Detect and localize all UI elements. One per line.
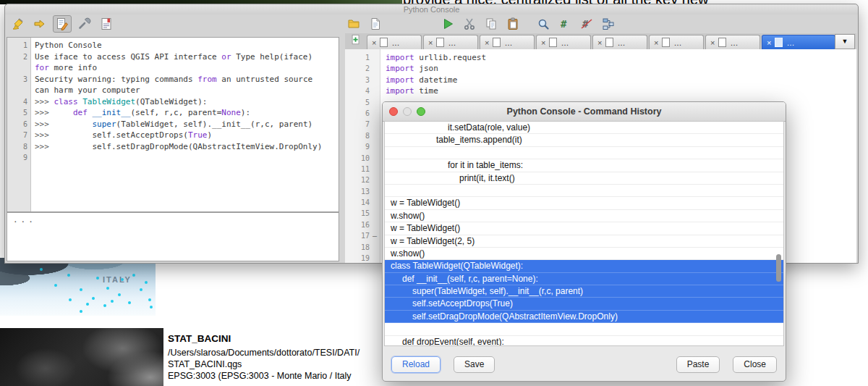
editor-tab[interactable]: ×… [367,35,422,49]
history-row[interactable]: table_items.append(it) [385,134,783,146]
editor-tab[interactable]: ×… [423,35,478,49]
editor-tab[interactable]: ×… [536,35,591,49]
line-number: 13 [345,186,370,197]
uncomment-icon: # [580,17,593,30]
line-number: 6 [345,108,370,119]
history-row[interactable]: class TableWidget(QTableWidget): [385,260,783,272]
editor-tab[interactable]: ×… [592,35,647,49]
history-row[interactable]: self.setAcceptDrops(True) [385,298,783,310]
history-row[interactable]: for it in table_items: [385,159,783,172]
editor-tab[interactable]: ×… [649,35,704,49]
save-button[interactable]: Save [454,356,495,373]
show-editor-icon [56,17,69,30]
editor-tab-active[interactable]: ×… [762,35,835,49]
console-input[interactable]: ... [7,212,339,261]
console-output[interactable]: 1Python Console2Use iface to access QGIS… [7,37,339,212]
history-row[interactable]: w = TableWidget() [385,197,783,209]
paste-button[interactable] [504,16,522,32]
close-tab-icon[interactable]: × [485,38,489,47]
open-script-button[interactable] [345,16,362,32]
history-row[interactable] [385,147,783,159]
history-row[interactable] [385,185,783,197]
tab-label: … [730,38,738,47]
code-line: 2import json [345,63,856,74]
clear-console-icon [12,17,25,30]
line-number: 3 [345,75,370,85]
code-text: can harm your computer [35,85,140,96]
run-script-button[interactable] [439,16,456,32]
options-button[interactable] [76,16,93,32]
scrollbar-thumb[interactable] [776,254,781,282]
history-row[interactable]: print(it, it.text() [385,172,783,185]
run-command-icon [33,17,46,30]
history-row[interactable]: w.show() [385,248,783,260]
project-filename: STAT_BACINI.qgs [168,358,359,370]
file-icon [493,38,501,47]
close-button[interactable]: Close [733,356,777,373]
new-tab-button[interactable] [347,34,365,49]
recent-project-item[interactable]: STAT_BACINI /Users/slarosa/Documents/dot… [168,333,359,382]
editor-toolbar: ## [345,14,621,33]
code-line: 2Use iface to access QGIS API interface … [7,51,339,63]
toolbar: ## [5,14,858,33]
save-script-button[interactable] [367,16,384,32]
tab-label: … [504,38,512,47]
paste-button[interactable]: Paste [676,356,720,373]
history-row[interactable]: w = TableWidget() [385,222,783,235]
file-icon [775,38,783,47]
history-row[interactable]: super(TableWidget, self).__init__(r,c, p… [385,285,783,298]
code-line: for more info [7,62,339,74]
file-icon [718,38,726,47]
comment-button[interactable]: # [556,16,574,32]
close-tab-icon[interactable]: × [597,38,602,47]
history-row[interactable]: self.setDragDropMode(QAbstractItemView.D… [385,311,783,323]
fold-marker[interactable]: – [373,230,377,241]
file-icon [605,38,613,47]
close-tab-icon[interactable]: × [710,38,715,47]
copy-button[interactable] [482,16,500,32]
comment-icon: # [558,17,571,30]
history-row[interactable]: def dropEvent(self, event): [385,336,783,346]
line-number: 7 [345,119,370,130]
options-icon [78,17,91,30]
run-command-button[interactable] [31,16,48,32]
history-list[interactable]: it.setData(role, value)table_items.appen… [384,121,784,346]
tab-list-dropdown-button[interactable]: ▼ [835,34,855,49]
code-line: 6>>> super(TableWidget, self).__init__(r… [7,119,339,130]
project-thumbnail[interactable] [0,328,163,386]
line-number: 8 [7,141,27,153]
close-tab-icon[interactable]: × [372,38,376,47]
code-line: 8>>> self.setDragDropMode(QAbstractItemV… [7,141,339,153]
history-row[interactable] [385,323,783,335]
object-inspector-button[interactable] [600,16,617,32]
line-number: 6 [7,119,27,130]
close-tab-icon[interactable]: × [541,38,545,47]
reload-button[interactable]: Reload [391,356,441,373]
close-tab-icon[interactable]: × [428,38,433,47]
uncomment-button[interactable]: # [578,16,595,32]
close-tab-icon[interactable]: × [654,38,658,47]
editor-tab[interactable]: ×… [705,35,760,49]
code-line: 5>>> def __init__(self, r,c, parent=None… [7,107,339,119]
history-row[interactable]: w.show() [385,210,783,222]
code-text: import datetime [386,75,457,85]
history-row[interactable]: it.setData(role, value) [385,122,783,134]
help-button[interactable] [98,16,115,32]
history-row[interactable]: def __init__(self, r,c, parent=None): [385,273,783,285]
code-line: 9 [7,152,339,164]
close-tab-icon[interactable]: × [767,38,771,47]
find-button[interactable] [535,16,552,32]
project-path: /Users/slarosa/Documents/dottorato/TESI/… [168,347,359,358]
zoom-window-button[interactable] [417,107,425,116]
clear-console-button[interactable] [9,16,27,32]
editor-tab[interactable]: ×… [480,35,535,49]
object-inspector-icon [602,17,615,30]
history-row[interactable]: w = TableWidget(2, 5) [385,235,783,248]
cut-button[interactable] [461,16,478,32]
cut-icon [463,17,476,30]
project-crs: EPSG:3003 (EPSG:3003 - Monte Mario / Ita… [168,370,359,382]
show-editor-button[interactable] [53,15,72,33]
close-window-button[interactable] [389,107,398,116]
line-number: 5 [7,107,27,119]
minimize-window-button[interactable] [403,107,412,116]
